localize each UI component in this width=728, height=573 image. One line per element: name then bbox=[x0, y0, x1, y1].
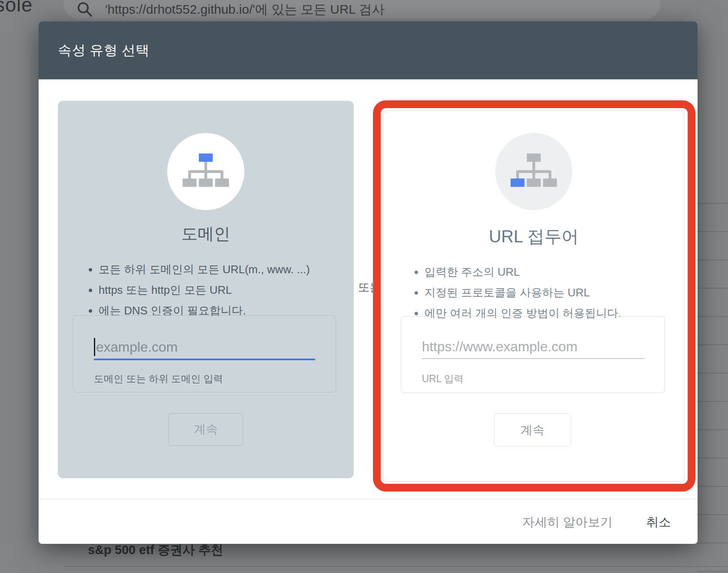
footer-divider bbox=[39, 499, 698, 499]
table-row-divider bbox=[698, 203, 728, 204]
url-prefix-property-card[interactable]: URL 접두어 입력한 주소의 URL 지정된 프로토콜을 사용하는 URL 에… bbox=[383, 110, 684, 482]
url-prefix-bullet: 지정된 프로토콜을 사용하는 URL bbox=[424, 285, 621, 300]
property-type-dialog: 속성 유형 선택 도메인 모든 하위 도메인의 모든 URL(m., www. … bbox=[39, 21, 698, 544]
table-row-divider bbox=[698, 316, 728, 317]
search-icon bbox=[76, 1, 93, 18]
dialog-footer: 자세히 알아보기 취소 bbox=[522, 514, 671, 531]
domain-continue-button[interactable]: 계속 bbox=[168, 413, 243, 446]
domain-input[interactable] bbox=[96, 339, 298, 355]
url-prefix-input-container: URL 입력 bbox=[401, 316, 665, 393]
text-cursor bbox=[94, 338, 95, 356]
background-divider bbox=[63, 566, 728, 567]
learn-more-link[interactable]: 자세히 알아보기 bbox=[522, 514, 613, 531]
table-row-divider bbox=[698, 373, 728, 374]
domain-property-card[interactable]: 도메인 모든 하위 도메인의 모든 URL(m., www. ...) http… bbox=[58, 101, 354, 478]
domain-input-helper: 도메인 또는 하위 도메인 입력 bbox=[94, 372, 223, 386]
url-prefix-card-title: URL 접두어 bbox=[489, 225, 579, 248]
url-prefix-input[interactable] bbox=[422, 339, 636, 355]
domain-card-bullets: 모든 하위 도메인의 모든 URL(m., www. ...) https 또는… bbox=[99, 262, 310, 324]
table-row-divider bbox=[698, 458, 728, 458]
domain-bullet: 모든 하위 도메인의 모든 URL(m., www. ...) bbox=[99, 262, 310, 277]
url-prefix-bullet: 입력한 주소의 URL bbox=[424, 265, 621, 280]
annotation-highlight-rectangle: URL 접두어 입력한 주소의 URL 지정된 프로토콜을 사용하는 URL 에… bbox=[373, 100, 695, 492]
url-prefix-input-helper: URL 입력 bbox=[422, 372, 464, 386]
background-table-strip: 검색 bbox=[698, 0, 728, 573]
table-row-divider bbox=[698, 543, 728, 543]
dialog-header: 속성 유형 선택 bbox=[39, 21, 698, 79]
table-row-divider bbox=[698, 344, 728, 345]
table-row-divider bbox=[698, 514, 728, 515]
table-row-divider bbox=[698, 401, 728, 402]
search-query-text: 'https://drhot552.github.io/'에 있는 모든 URL… bbox=[105, 1, 385, 18]
console-logo-partial: sole bbox=[0, 0, 33, 16]
table-row-divider bbox=[698, 571, 728, 572]
table-row-divider bbox=[698, 288, 728, 289]
sitemap-icon bbox=[183, 153, 229, 190]
table-row-divider bbox=[698, 486, 728, 487]
domain-bullet: https 또는 http인 모든 URL bbox=[99, 283, 310, 298]
background-search-suggestion: s&p 500 etf 증권사 추천 bbox=[88, 542, 223, 559]
domain-card-title: 도메인 bbox=[181, 223, 230, 245]
cancel-button[interactable]: 취소 bbox=[646, 514, 671, 531]
url-prefix-icon-circle bbox=[495, 133, 572, 210]
dialog-title: 속성 유형 선택 bbox=[58, 41, 150, 60]
table-row-divider bbox=[698, 259, 728, 260]
domain-icon-circle bbox=[167, 133, 244, 210]
domain-input-container: 도메인 또는 하위 도메인 입력 bbox=[73, 315, 336, 392]
table-row-divider bbox=[698, 429, 728, 430]
url-prefix-continue-button[interactable]: 계속 bbox=[494, 413, 571, 446]
sitemap-icon bbox=[511, 153, 557, 190]
table-row-divider bbox=[698, 231, 728, 232]
